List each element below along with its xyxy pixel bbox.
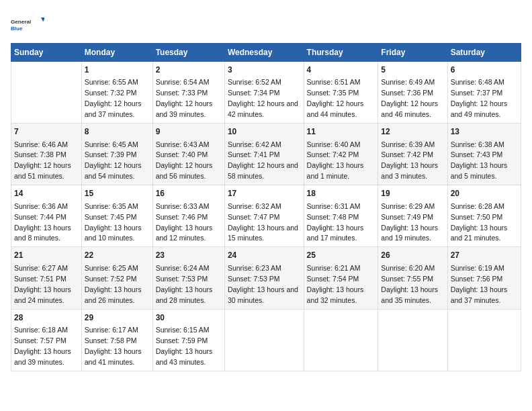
svg-text:Blue: Blue: [11, 26, 23, 32]
calendar-cell: 12Sunrise: 6:39 AMSunset: 7:42 PMDayligh…: [378, 124, 447, 185]
day-number: 21: [14, 250, 79, 261]
header-cell-monday: Monday: [81, 44, 152, 62]
cell-content: Sunrise: 6:21 AMSunset: 7:54 PMDaylight:…: [307, 264, 364, 304]
day-number: 22: [85, 250, 150, 261]
calendar-cell: 17Sunrise: 6:32 AMSunset: 7:47 PMDayligh…: [224, 185, 304, 247]
cell-content: Sunrise: 6:29 AMSunset: 7:49 PMDaylight:…: [381, 202, 438, 242]
day-number: 3: [228, 64, 301, 76]
day-number: 23: [156, 250, 222, 261]
calendar-cell: 16Sunrise: 6:33 AMSunset: 7:46 PMDayligh…: [152, 185, 224, 247]
logo-svg: General Blue: [11, 11, 44, 38]
day-number: 9: [156, 126, 222, 138]
day-number: 11: [307, 126, 375, 138]
calendar-cell: 13Sunrise: 6:38 AMSunset: 7:43 PMDayligh…: [447, 124, 521, 185]
cell-content: Sunrise: 6:38 AMSunset: 7:43 PMDaylight:…: [451, 140, 508, 181]
cell-content: Sunrise: 6:27 AMSunset: 7:51 PMDaylight:…: [14, 264, 71, 304]
calendar-cell: 9Sunrise: 6:43 AMSunset: 7:40 PMDaylight…: [152, 124, 224, 185]
day-number: 17: [228, 188, 301, 199]
day-number: 24: [228, 250, 301, 261]
calendar-cell: 20Sunrise: 6:28 AMSunset: 7:50 PMDayligh…: [447, 185, 521, 247]
cell-content: Sunrise: 6:46 AMSunset: 7:38 PMDaylight:…: [14, 140, 71, 181]
cell-content: Sunrise: 6:15 AMSunset: 7:59 PMDaylight:…: [156, 326, 213, 366]
calendar-cell: 7Sunrise: 6:46 AMSunset: 7:38 PMDaylight…: [11, 124, 82, 185]
cell-content: Sunrise: 6:18 AMSunset: 7:57 PMDaylight:…: [14, 326, 71, 366]
cell-content: Sunrise: 6:20 AMSunset: 7:55 PMDaylight:…: [381, 264, 438, 304]
calendar-cell: 1Sunrise: 6:55 AMSunset: 7:32 PMDaylight…: [81, 62, 152, 124]
calendar-cell: 19Sunrise: 6:29 AMSunset: 7:49 PMDayligh…: [378, 185, 447, 247]
calendar-cell: 4Sunrise: 6:51 AMSunset: 7:35 PMDaylight…: [304, 62, 378, 124]
header-cell-saturday: Saturday: [447, 44, 521, 62]
week-row-3: 14Sunrise: 6:36 AMSunset: 7:44 PMDayligh…: [11, 185, 521, 247]
header-cell-friday: Friday: [378, 44, 447, 62]
cell-content: Sunrise: 6:48 AMSunset: 7:37 PMDaylight:…: [451, 78, 508, 118]
day-number: 13: [451, 126, 518, 138]
calendar-cell: 14Sunrise: 6:36 AMSunset: 7:44 PMDayligh…: [11, 185, 82, 247]
cell-content: Sunrise: 6:51 AMSunset: 7:35 PMDaylight:…: [307, 78, 364, 118]
day-number: 30: [156, 312, 222, 324]
cell-content: Sunrise: 6:35 AMSunset: 7:45 PMDaylight:…: [85, 202, 142, 242]
week-row-5: 28Sunrise: 6:18 AMSunset: 7:57 PMDayligh…: [11, 309, 521, 371]
cell-content: Sunrise: 6:36 AMSunset: 7:44 PMDaylight:…: [14, 202, 71, 242]
day-number: 16: [156, 188, 222, 199]
calendar-cell: 2Sunrise: 6:54 AMSunset: 7:33 PMDaylight…: [152, 62, 224, 124]
calendar-cell: 10Sunrise: 6:42 AMSunset: 7:41 PMDayligh…: [224, 124, 304, 185]
calendar-cell: [224, 309, 304, 371]
week-row-4: 21Sunrise: 6:27 AMSunset: 7:51 PMDayligh…: [11, 247, 521, 309]
header-cell-wednesday: Wednesday: [224, 44, 304, 62]
cell-content: Sunrise: 6:49 AMSunset: 7:36 PMDaylight:…: [381, 78, 438, 118]
calendar-cell: 30Sunrise: 6:15 AMSunset: 7:59 PMDayligh…: [152, 309, 224, 371]
calendar-cell: [304, 309, 378, 371]
cell-content: Sunrise: 6:17 AMSunset: 7:58 PMDaylight:…: [85, 326, 142, 366]
calendar-cell: 15Sunrise: 6:35 AMSunset: 7:45 PMDayligh…: [81, 185, 152, 247]
calendar-cell: 27Sunrise: 6:19 AMSunset: 7:56 PMDayligh…: [447, 247, 521, 309]
day-number: 29: [85, 312, 150, 324]
day-number: 19: [381, 188, 444, 199]
day-number: 27: [451, 250, 518, 261]
day-number: 6: [451, 64, 518, 76]
calendar-cell: 22Sunrise: 6:25 AMSunset: 7:52 PMDayligh…: [81, 247, 152, 309]
calendar-cell: [11, 62, 82, 124]
calendar-cell: 26Sunrise: 6:20 AMSunset: 7:55 PMDayligh…: [378, 247, 447, 309]
header-cell-tuesday: Tuesday: [152, 44, 224, 62]
calendar-cell: 5Sunrise: 6:49 AMSunset: 7:36 PMDaylight…: [378, 62, 447, 124]
day-number: 25: [307, 250, 375, 261]
header-cell-sunday: Sunday: [11, 44, 82, 62]
calendar-cell: [447, 309, 521, 371]
cell-content: Sunrise: 6:28 AMSunset: 7:50 PMDaylight:…: [451, 202, 508, 242]
calendar-cell: 24Sunrise: 6:23 AMSunset: 7:53 PMDayligh…: [224, 247, 304, 309]
day-number: 18: [307, 188, 375, 199]
day-number: 5: [381, 64, 444, 76]
calendar-cell: 8Sunrise: 6:45 AMSunset: 7:39 PMDaylight…: [81, 124, 152, 185]
cell-content: Sunrise: 6:19 AMSunset: 7:56 PMDaylight:…: [451, 264, 508, 304]
day-number: 20: [451, 188, 518, 199]
cell-content: Sunrise: 6:39 AMSunset: 7:42 PMDaylight:…: [381, 140, 438, 181]
calendar-cell: 28Sunrise: 6:18 AMSunset: 7:57 PMDayligh…: [11, 309, 82, 371]
week-row-1: 1Sunrise: 6:55 AMSunset: 7:32 PMDaylight…: [11, 62, 521, 124]
day-number: 7: [14, 126, 79, 138]
day-number: 1: [85, 64, 150, 76]
calendar-table: SundayMondayTuesdayWednesdayThursdayFrid…: [11, 43, 521, 371]
calendar-cell: 23Sunrise: 6:24 AMSunset: 7:53 PMDayligh…: [152, 247, 224, 309]
cell-content: Sunrise: 6:54 AMSunset: 7:33 PMDaylight:…: [156, 78, 213, 118]
calendar-cell: [378, 309, 447, 371]
cell-content: Sunrise: 6:31 AMSunset: 7:48 PMDaylight:…: [307, 202, 364, 242]
day-number: 10: [228, 126, 301, 138]
day-number: 28: [14, 312, 79, 324]
header: General Blue: [11, 11, 521, 38]
day-number: 15: [85, 188, 150, 199]
week-row-2: 7Sunrise: 6:46 AMSunset: 7:38 PMDaylight…: [11, 124, 521, 185]
day-number: 12: [381, 126, 444, 138]
cell-content: Sunrise: 6:55 AMSunset: 7:32 PMDaylight:…: [85, 78, 142, 118]
calendar-cell: 18Sunrise: 6:31 AMSunset: 7:48 PMDayligh…: [304, 185, 378, 247]
day-number: 14: [14, 188, 79, 199]
calendar-cell: 29Sunrise: 6:17 AMSunset: 7:58 PMDayligh…: [81, 309, 152, 371]
logo: General Blue: [11, 11, 44, 38]
day-number: 26: [381, 250, 444, 261]
cell-content: Sunrise: 6:52 AMSunset: 7:34 PMDaylight:…: [228, 78, 298, 118]
day-number: 4: [307, 64, 375, 76]
day-number: 2: [156, 64, 222, 76]
header-row: SundayMondayTuesdayWednesdayThursdayFrid…: [11, 44, 521, 62]
calendar-cell: 25Sunrise: 6:21 AMSunset: 7:54 PMDayligh…: [304, 247, 378, 309]
cell-content: Sunrise: 6:25 AMSunset: 7:52 PMDaylight:…: [85, 264, 142, 304]
calendar-cell: 11Sunrise: 6:40 AMSunset: 7:42 PMDayligh…: [304, 124, 378, 185]
